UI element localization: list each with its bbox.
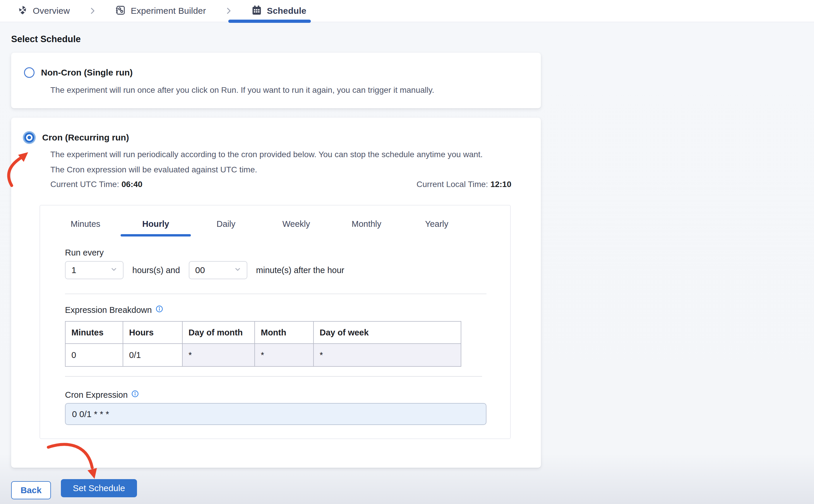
expression-breakdown-table: Minutes Hours Day of month Month Day of … [65, 321, 461, 367]
non-cron-radio-row[interactable]: Non-Cron (Single run) [24, 67, 133, 78]
chevron-right-icon [88, 6, 97, 15]
table-header-row: Minutes Hours Day of month Month Day of … [65, 321, 461, 344]
utc-time-value: 06:40 [121, 180, 143, 189]
cell-day-of-week: * [313, 344, 461, 366]
page-title: Select Schedule [11, 34, 81, 44]
section-divider [65, 376, 482, 377]
chevron-down-icon [234, 265, 241, 275]
cell-month: * [255, 344, 313, 366]
breadcrumb: Overview Experiment Builder [0, 0, 814, 22]
tab-hourly[interactable]: Hourly [121, 211, 191, 236]
breadcrumb-label-overview: Overview [33, 6, 70, 16]
cron-radio-button[interactable] [23, 131, 36, 144]
non-cron-title: Non-Cron (Single run) [41, 68, 133, 78]
breadcrumb-label-experiment-builder: Experiment Builder [131, 6, 206, 16]
top-navigation-bar: Overview Experiment Builder [0, 0, 814, 22]
hours-select-value: 1 [71, 265, 76, 275]
chevron-right-icon [224, 6, 233, 15]
active-tab-underline [228, 20, 311, 23]
tab-weekly[interactable]: Weekly [261, 211, 331, 236]
info-icon[interactable] [155, 305, 163, 315]
current-utc-time: Current UTC Time:06:40 [50, 180, 143, 189]
breadcrumb-label-schedule: Schedule [267, 6, 306, 16]
breadcrumb-item-overview[interactable]: Overview [17, 5, 70, 17]
col-header-hours: Hours [123, 321, 182, 344]
back-button[interactable]: Back [11, 481, 51, 499]
col-header-month: Month [255, 321, 313, 344]
non-cron-description: The experiment will run once after you c… [50, 85, 434, 95]
hours-select[interactable]: 1 [65, 261, 124, 279]
cell-minutes: 0 [65, 344, 123, 366]
non-cron-radio-button[interactable] [24, 67, 35, 78]
minutes-select-value: 00 [195, 265, 205, 275]
tab-minutes[interactable]: Minutes [50, 211, 121, 236]
run-every-label: Run every [65, 248, 104, 258]
cron-builder-tabs: Minutes Hourly Daily Weekly Monthly Year… [50, 211, 472, 236]
hours-suffix-text: hours(s) and [132, 265, 180, 275]
calendar-icon [251, 5, 262, 17]
col-header-minutes: Minutes [65, 321, 123, 344]
chevron-down-icon [110, 265, 118, 275]
cron-expression-label: Cron Expression [65, 390, 139, 400]
expression-breakdown-label: Expression Breakdown [65, 305, 163, 315]
col-header-day-of-month: Day of month [182, 321, 255, 344]
current-local-time: Current Local Time:12:10 [417, 180, 511, 189]
minutes-select[interactable]: 00 [189, 261, 247, 279]
cron-option-card: Cron (Recurring run) The experiment will… [11, 118, 541, 468]
col-header-day-of-week: Day of week [313, 321, 461, 344]
non-cron-option-card: Non-Cron (Single run) The experiment wil… [11, 53, 541, 108]
set-schedule-button[interactable]: Set Schedule [61, 479, 137, 497]
section-divider [65, 294, 486, 294]
cron-description-line1: The experiment will run periodically acc… [50, 150, 483, 159]
cell-day-of-month: * [182, 344, 255, 366]
breadcrumb-item-experiment-builder[interactable]: Experiment Builder [115, 5, 206, 17]
breadcrumb-item-schedule[interactable]: Schedule [251, 5, 306, 17]
tab-yearly[interactable]: Yearly [402, 211, 472, 236]
overview-icon [17, 5, 28, 17]
info-icon[interactable] [131, 390, 139, 400]
table-value-row: 0 0/1 * * * [65, 344, 461, 366]
minutes-suffix-text: minute(s) after the hour [256, 265, 344, 275]
cron-expression-input[interactable] [65, 403, 486, 425]
local-time-value: 12:10 [490, 180, 511, 189]
tab-monthly[interactable]: Monthly [331, 211, 402, 236]
cron-title: Cron (Recurring run) [42, 133, 129, 143]
cron-builder-panel: Minutes Hourly Daily Weekly Monthly Year… [40, 205, 511, 439]
cron-radio-row[interactable]: Cron (Recurring run) [23, 131, 129, 144]
cell-hours: 0/1 [123, 344, 182, 366]
tab-daily[interactable]: Daily [191, 211, 261, 236]
cron-description-line2: The Cron expression will be evaluated ag… [50, 165, 257, 174]
experiment-builder-icon [115, 5, 126, 17]
